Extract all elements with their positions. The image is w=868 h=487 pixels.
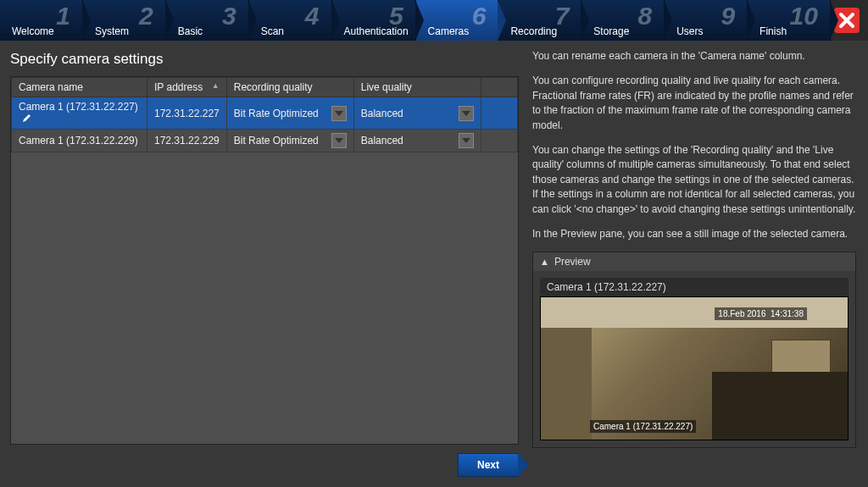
- step-cameras[interactable]: 6Cameras: [416, 0, 499, 41]
- step-system[interactable]: 2System: [83, 0, 166, 41]
- column-ip-address[interactable]: IP address▲: [147, 78, 227, 97]
- chevron-right-icon: [518, 453, 529, 477]
- collapse-icon[interactable]: ▲: [540, 257, 549, 267]
- next-button[interactable]: Next: [458, 453, 519, 477]
- dropdown-arrow-icon[interactable]: [459, 133, 474, 148]
- preview-panel: ▲ Preview Camera 1 (172.31.22.227) 18.Fe…: [532, 252, 856, 448]
- step-users[interactable]: 9Users: [665, 0, 748, 41]
- wizard-steps: 1Welcome 2System 3Basic 4Scan 5Authentic…: [0, 0, 868, 41]
- preview-camera-label: Camera 1 (172.31.22.227): [540, 278, 849, 296]
- dropdown-arrow-icon[interactable]: [331, 133, 347, 148]
- preview-timestamp: 18.Feb 2016 14:31:38: [715, 307, 807, 320]
- edit-icon[interactable]: [22, 113, 32, 125]
- dropdown-arrow-icon[interactable]: [459, 106, 474, 121]
- page-title: Specify camera settings: [10, 51, 519, 68]
- camera-table: Camera name IP address▲ Recording qualit…: [10, 76, 519, 445]
- column-recording-quality[interactable]: Recording quality: [226, 78, 353, 97]
- cell-live-quality[interactable]: Balanced: [353, 130, 481, 152]
- column-spacer: [481, 78, 517, 97]
- cell-ip: 172.31.22.227: [147, 97, 227, 130]
- cell-camera-name[interactable]: Camera 1 (172.31.22.229): [12, 130, 147, 152]
- column-live-quality[interactable]: Live quality: [353, 78, 481, 97]
- step-finish[interactable]: 10Finish: [748, 0, 831, 41]
- step-basic[interactable]: 3Basic: [166, 0, 249, 41]
- table-row[interactable]: Camera 1 (172.31.22.227) 172.31.22.227 B…: [12, 97, 518, 130]
- preview-header[interactable]: ▲ Preview: [533, 252, 855, 271]
- preview-image: 18.Feb 2016 14:31:38 Camera 1 (172.31.22…: [540, 296, 849, 440]
- column-camera-name[interactable]: Camera name: [12, 78, 147, 97]
- step-recording[interactable]: 7Recording: [498, 0, 581, 41]
- dropdown-arrow-icon[interactable]: [331, 106, 347, 121]
- cell-camera-name[interactable]: Camera 1 (172.31.22.227): [12, 97, 147, 130]
- table-row[interactable]: Camera 1 (172.31.22.229) 172.31.22.229 B…: [12, 130, 518, 152]
- help-text: You can rename each camera in the 'Camer…: [532, 49, 856, 241]
- step-scan[interactable]: 4Scan: [249, 0, 332, 41]
- cell-ip: 172.31.22.229: [147, 130, 227, 152]
- cell-live-quality[interactable]: Balanced: [353, 97, 481, 130]
- cell-recording-quality[interactable]: Bit Rate Optimized: [226, 97, 353, 130]
- cell-recording-quality[interactable]: Bit Rate Optimized: [226, 130, 353, 152]
- step-authentication[interactable]: 5Authentication: [332, 0, 416, 41]
- step-storage[interactable]: 8Storage: [581, 0, 665, 41]
- sort-asc-icon: ▲: [212, 81, 220, 90]
- preview-overlay-label: Camera 1 (172.31.22.227): [590, 420, 696, 433]
- step-welcome[interactable]: 1Welcome: [0, 0, 83, 41]
